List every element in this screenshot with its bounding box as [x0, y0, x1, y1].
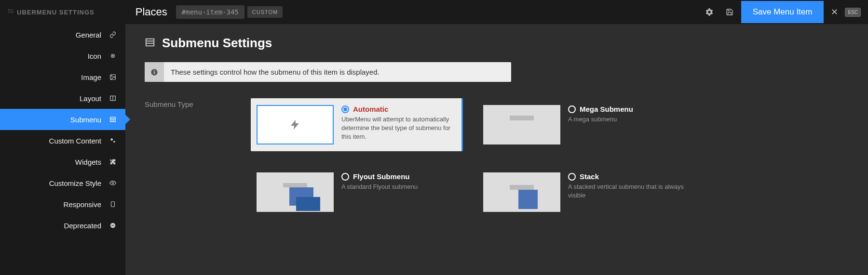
option-desc: A mega submenu	[568, 115, 684, 124]
sidebar-item-label: Responsive	[64, 200, 101, 209]
svg-point-25	[154, 70, 155, 71]
option-title: Stack	[580, 172, 599, 181]
info-text: These settings control how the submenu o…	[164, 62, 386, 82]
option-desc: UberMenu will attempt to automatically d…	[341, 115, 456, 142]
esc-key: ESC	[845, 8, 861, 17]
radio-icon	[568, 173, 576, 181]
option-thumb-mega	[483, 105, 560, 144]
target-icon	[108, 52, 118, 59]
svg-rect-20	[146, 39, 154, 46]
save-button[interactable]: Save Menu Item	[741, 1, 824, 23]
gear-icon[interactable]	[701, 3, 718, 21]
sidebar-item-label: Icon	[88, 52, 101, 60]
option-desc: A standard Flyout submenu	[341, 183, 457, 191]
radio-icon	[341, 105, 349, 113]
link-icon	[108, 31, 118, 38]
sidebar: General Icon Image Layout Submenu Custom…	[0, 24, 125, 275]
option-automatic[interactable]: Automatic UberMenu will attempt to autom…	[251, 98, 463, 151]
columns-icon	[108, 95, 118, 102]
sidebar-item-label: Custom Content	[49, 137, 101, 145]
sliders-icon	[7, 8, 14, 16]
sidebar-item-label: Widgets	[75, 158, 101, 166]
svg-point-16	[112, 182, 114, 184]
radio-icon	[341, 173, 349, 181]
cogs-icon	[108, 137, 118, 144]
sidebar-item-label: Image	[81, 73, 101, 81]
svg-point-14	[110, 138, 113, 141]
option-thumb-stack	[483, 172, 560, 212]
sidebar-item-label: Submenu	[70, 116, 101, 124]
grid-icon	[108, 116, 118, 123]
image-icon	[108, 74, 118, 80]
sidebar-item-label: Customize Style	[49, 179, 101, 187]
info-icon	[145, 62, 164, 82]
menu-id-chip: #menu-item-345	[176, 5, 244, 19]
option-title: Automatic	[353, 105, 388, 113]
svg-point-2	[12, 12, 13, 13]
option-desc: A stacked vertical submenu that is alway…	[568, 183, 684, 200]
field-label: Submenu Type	[145, 98, 231, 219]
save-icon[interactable]	[721, 3, 738, 21]
brand: UBERMENU SETTINGS	[7, 8, 95, 16]
svg-rect-24	[154, 71, 154, 74]
sidebar-item-layout[interactable]: Layout	[0, 88, 125, 109]
svg-rect-19	[111, 225, 114, 225]
tablet-icon	[108, 201, 118, 208]
page-title: Submenu Settings	[162, 36, 272, 51]
sidebar-item-label: General	[76, 31, 101, 39]
svg-point-0	[8, 9, 9, 10]
topbar-right: Save Menu Item ✕ ESC	[701, 1, 861, 23]
svg-point-7	[111, 76, 112, 77]
sidebar-item-label: Layout	[80, 94, 101, 103]
option-stack[interactable]: Stack A stacked vertical submenu that is…	[477, 166, 690, 219]
eye-icon	[108, 180, 118, 186]
topbar: UBERMENU SETTINGS Places #menu-item-345 …	[0, 0, 868, 24]
sidebar-item-image[interactable]: Image	[0, 66, 125, 88]
option-title: Flyout Submenu	[353, 172, 410, 181]
sidebar-item-label: Deprecated	[64, 222, 101, 230]
info-box: These settings control how the submenu o…	[145, 62, 511, 82]
option-thumb-flyout	[257, 172, 334, 212]
svg-point-5	[112, 55, 113, 56]
content: Submenu Settings These settings control …	[125, 24, 868, 275]
svg-point-15	[113, 141, 115, 143]
page-title-row: Submenu Settings	[145, 36, 849, 51]
radio-icon	[568, 105, 576, 113]
list-icon	[145, 37, 155, 50]
options-grid: Automatic UberMenu will attempt to autom…	[251, 98, 733, 219]
svg-rect-17	[111, 202, 115, 207]
option-mega[interactable]: Mega Submenu A mega submenu	[477, 98, 690, 151]
svg-rect-10	[110, 117, 116, 121]
option-flyout[interactable]: Flyout Submenu A standard Flyout submenu	[251, 166, 463, 219]
option-title: Mega Submenu	[580, 105, 633, 113]
puzzle-icon	[108, 158, 118, 165]
option-thumb-auto	[257, 105, 334, 144]
sidebar-item-deprecated[interactable]: Deprecated	[0, 215, 125, 236]
field-row: Submenu Type Automatic UberMenu will att…	[145, 98, 849, 219]
sidebar-item-custom-content[interactable]: Custom Content	[0, 130, 125, 151]
sidebar-item-customize-style[interactable]: Customize Style	[0, 172, 125, 194]
sidebar-item-general[interactable]: General	[0, 24, 125, 45]
close-button[interactable]: ✕	[827, 4, 842, 20]
custom-chip: CUSTOM	[247, 6, 283, 18]
header-title: Places	[136, 6, 167, 18]
sidebar-item-widgets[interactable]: Widgets	[0, 151, 125, 172]
brand-text: UBERMENU SETTINGS	[17, 9, 95, 16]
sidebar-item-submenu[interactable]: Submenu	[0, 109, 125, 130]
sidebar-item-responsive[interactable]: Responsive	[0, 194, 125, 215]
sidebar-item-icon[interactable]: Icon	[0, 45, 125, 66]
minus-circle-icon	[108, 222, 118, 229]
